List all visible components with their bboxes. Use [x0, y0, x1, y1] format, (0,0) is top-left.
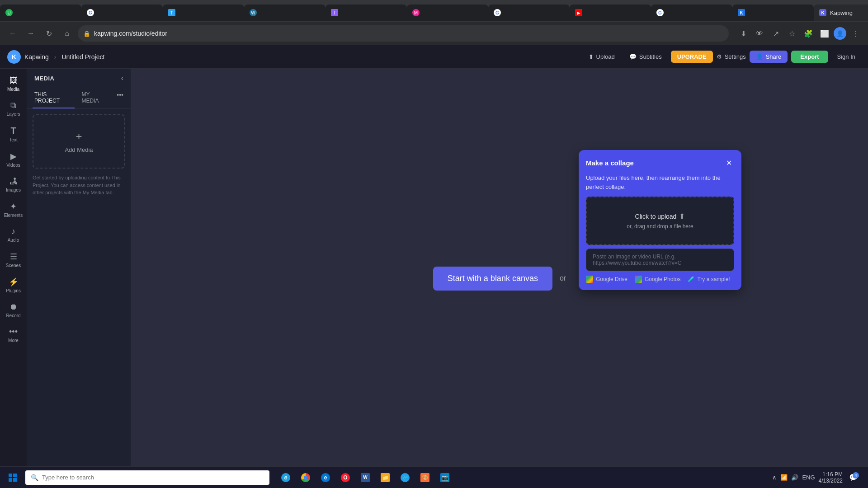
sidebar-label-elements: Elements	[4, 213, 23, 218]
home-button[interactable]: ⌂	[60, 26, 74, 41]
tab-google2[interactable]: G	[488, 5, 570, 21]
subtitles-button[interactable]: 💬 Subtitles	[624, 51, 667, 63]
add-media-box[interactable]: + Add Media	[33, 114, 125, 169]
sidebar-toggle-button[interactable]: ⬜	[817, 26, 832, 41]
settings-label: Settings	[725, 53, 746, 60]
sidebar-label-videos: Videos	[6, 163, 20, 168]
subtitles-label: Subtitles	[639, 53, 662, 60]
tab-favicon-g3: G	[656, 9, 664, 16]
start-button[interactable]	[4, 469, 22, 487]
upload-button[interactable]: ⬆ Upload	[583, 51, 620, 63]
google-drive-button[interactable]: Google Drive	[586, 276, 627, 283]
profile-avatar[interactable]: 👤	[834, 27, 846, 40]
taskbar-chrome-button[interactable]	[297, 469, 315, 487]
tab-favicon-yt1: ▶	[575, 9, 582, 16]
photos-icon: 📷	[440, 473, 449, 482]
tab-kapwing-active[interactable]: K Kapwing ✕	[814, 5, 868, 21]
browser-menu-button[interactable]: ⋮	[848, 26, 863, 41]
sidebar-item-images[interactable]: 🏞 Images	[2, 173, 25, 196]
share-button[interactable]: 👤 Share	[750, 51, 788, 63]
tab-tw[interactable]: T	[163, 5, 244, 21]
tab-my-media[interactable]: MY MEDIA	[80, 88, 110, 108]
panel-hint-text: Get started by uploading content to This…	[33, 169, 125, 202]
panel-tab-more-button[interactable]: •••	[115, 88, 125, 108]
taskbar-app1-button[interactable]: 🐦	[396, 469, 414, 487]
upgrade-button[interactable]: UPGRADE	[671, 51, 713, 63]
taskbar-ie-button[interactable]: e	[277, 469, 295, 487]
notification-badge: 4	[853, 472, 859, 479]
tab-yt1[interactable]: ▶	[570, 5, 651, 21]
tab-upwork[interactable]: U	[0, 5, 81, 21]
google-photos-label: Google Photos	[645, 276, 680, 282]
sidebar-item-record[interactable]: ⏺ Record	[2, 299, 25, 322]
taskbar-word-button[interactable]: W	[356, 469, 374, 487]
search-icon: 🔍	[31, 474, 38, 481]
settings-button[interactable]: ⚙ Settings	[717, 53, 746, 60]
panel-collapse-button[interactable]: ‹	[121, 74, 123, 82]
system-tray: ∧ 📶 🔊 ENG 1:16 PM 4/13/2022 💬 4	[769, 470, 864, 485]
word-icon: W	[361, 473, 370, 482]
share-browser-button[interactable]: ↗	[769, 26, 783, 41]
project-name[interactable]: Untitled Project	[61, 53, 104, 61]
tab-ml[interactable]: M	[407, 5, 488, 21]
layers-icon: ⧉	[10, 101, 16, 110]
sidebar-label-media: Media	[7, 87, 19, 92]
refresh-button[interactable]: ↻	[42, 26, 56, 41]
forward-button[interactable]: →	[24, 26, 38, 41]
time-display[interactable]: 1:16 PM 4/13/2022	[819, 471, 843, 484]
taskbar-files-button[interactable]: 📁	[376, 469, 394, 487]
back-button[interactable]: ←	[5, 26, 20, 41]
text-icon: T	[10, 126, 16, 136]
tab-wp[interactable]: W	[244, 5, 326, 21]
security-icon: 🔒	[83, 30, 90, 37]
sidebar-label-more: More	[8, 338, 19, 343]
eye-slash-button[interactable]: 👁	[752, 26, 767, 41]
tab-favicon-wp: W	[250, 9, 257, 16]
tray-volume-icon[interactable]: 🔊	[791, 474, 798, 481]
taskbar-photos-button[interactable]: 📷	[436, 469, 454, 487]
app-logo[interactable]: K Kapwing	[7, 50, 49, 64]
taskbar-edge-button[interactable]: e	[316, 469, 335, 487]
windows-logo-icon	[9, 474, 17, 482]
tab-favicon-upwork: U	[5, 9, 13, 16]
sidebar-item-scenes[interactable]: ☰ Scenes	[2, 248, 25, 272]
tab-g3[interactable]: G	[651, 5, 732, 21]
sidebar-item-audio[interactable]: ♪ Audio	[2, 223, 25, 246]
opera-icon: O	[341, 473, 350, 482]
sidebar-item-elements[interactable]: ✦ Elements	[2, 198, 25, 221]
blank-canvas-button[interactable]: Start with a blank canvas	[433, 267, 552, 291]
try-sample-button[interactable]: 🧪 Try a sample!	[688, 276, 730, 282]
download-button[interactable]: ⬇	[736, 26, 750, 41]
extensions-button[interactable]: 🧩	[801, 26, 816, 41]
tab-favicon-kap: K	[819, 9, 826, 16]
collage-close-button[interactable]: ✕	[723, 157, 734, 168]
taskbar-opera-button[interactable]: O	[336, 469, 354, 487]
bookmark-button[interactable]: ☆	[785, 26, 799, 41]
sidebar-item-media[interactable]: 🖼 Media	[2, 72, 25, 95]
google-photos-button[interactable]: Google Photos	[635, 276, 680, 283]
sidebar-item-plugins[interactable]: ⚡ Plugins	[2, 273, 25, 297]
upload-drop-zone[interactable]: Click to upload ⬆ or, drag and drop a fi…	[586, 197, 734, 245]
search-input[interactable]	[42, 474, 264, 481]
more-icon: •••	[9, 327, 18, 337]
tray-expand-button[interactable]: ∧	[772, 474, 777, 481]
sample-icon: 🧪	[688, 276, 694, 282]
sidebar-item-more[interactable]: ••• More	[2, 324, 25, 347]
sidebar-item-text[interactable]: T Text	[2, 122, 25, 146]
chrome-icon	[301, 473, 310, 482]
upload-icon: ⬆	[679, 212, 685, 221]
address-bar[interactable]: 🔒 kapwing.com/studio/editor	[78, 25, 729, 42]
tab-k[interactable]: K	[732, 5, 814, 21]
url-paste-input[interactable]: Paste an image or video URL (e.g. https:…	[586, 249, 734, 271]
notification-button[interactable]: 💬 4	[846, 470, 861, 485]
tab-this-project[interactable]: THIS PROJECT	[33, 88, 75, 108]
tab-google1[interactable]: G	[81, 5, 163, 21]
google-photos-icon	[635, 276, 642, 283]
sidebar-item-videos[interactable]: ▶ Videos	[2, 148, 25, 171]
tab-tv[interactable]: T	[326, 5, 407, 21]
sidebar-item-layers[interactable]: ⧉ Layers	[2, 97, 25, 120]
taskbar-search-bar[interactable]: 🔍	[25, 470, 269, 485]
export-button[interactable]: Export	[791, 51, 828, 63]
taskbar-paint-button[interactable]: 🎨	[416, 469, 434, 487]
signin-button[interactable]: Sign In	[832, 51, 861, 63]
